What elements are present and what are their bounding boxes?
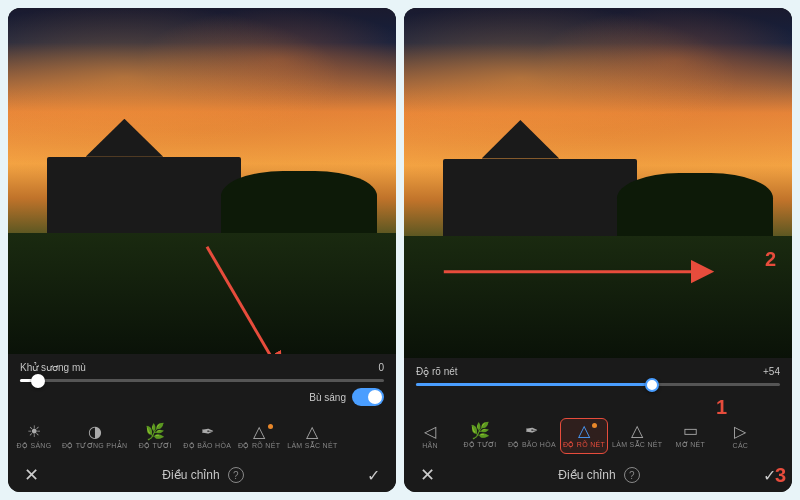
number-2-badge: 2 [765, 248, 776, 271]
left-controls: Khử sương mù 0 Bù sáng [8, 354, 396, 416]
tool-do-bao-hoa-r[interactable]: ✒ ĐỘ BÃO HÒA [506, 419, 558, 453]
do-ro-net-r-label: ĐỘ RÕ NÉT [563, 441, 605, 449]
tool-do-tuoi-r[interactable]: 🌿 ĐỘ TƯƠI [456, 419, 504, 453]
tool-mo-net-r[interactable]: ▭ MỜ NÉT [666, 419, 714, 453]
right-photo: 2 [404, 8, 792, 358]
contrast-icon: ◑ [88, 424, 102, 440]
do-ro-net-slider-row [416, 383, 780, 386]
do-ro-net-label: ĐỘ RÕ NÉT [238, 442, 280, 450]
left-photo [8, 8, 396, 354]
triangle-icon-r: △ [578, 423, 590, 439]
khu-suong-mu-slider[interactable] [20, 379, 384, 382]
tool-do-tuong-phan[interactable]: ◑ ĐỘ TƯƠNG PHẢN [60, 420, 129, 454]
do-tuong-phan-label: ĐỘ TƯƠNG PHẢN [62, 442, 127, 450]
dieu-chinh-label: Điều chỉnh [162, 468, 219, 482]
sharpen-icon-r: △ [631, 423, 643, 439]
left-bottom-center: Điều chỉnh ? [162, 467, 243, 483]
right-toolbar: ◁ HÃN 🌿 ĐỘ TƯƠI ✒ ĐỘ BÃO HÒA △ ĐỘ RÕ NÉT… [404, 414, 792, 458]
pen-icon: ✒ [201, 424, 214, 440]
sharpen-icon: △ [306, 424, 318, 440]
han-icon: ◁ [424, 424, 436, 440]
number-3-badge: 3 [775, 464, 786, 487]
tool-lam-sac-net[interactable]: △ LÀM SẮC NÉT [285, 420, 339, 454]
bu-sang-toggle[interactable] [352, 388, 384, 406]
cac-r-label: CÁC [733, 442, 749, 449]
do-bao-hoa-r-label: ĐỘ BÃO HÒA [508, 441, 556, 449]
lam-sac-net-r-label: LÀM SẮC NÉT [612, 441, 662, 449]
leaf-icon: 🌿 [145, 424, 165, 440]
left-panel: Khử sương mù 0 Bù sáng ☀ ĐỘ SÁNG ◑ ĐỘ TƯ… [8, 8, 396, 492]
dot-indicator-r [592, 423, 597, 428]
do-ro-net-slider[interactable] [416, 383, 780, 386]
sun-icon: ☀ [27, 424, 41, 440]
khu-suong-mu-label: Khử sương mù [20, 362, 86, 373]
right-dieu-chinh-label: Điều chỉnh [558, 468, 615, 482]
left-check-button[interactable]: ✓ [367, 466, 380, 485]
number-1-badge: 1 [716, 396, 727, 419]
help-icon[interactable]: ? [228, 467, 244, 483]
left-toolbar: ☀ ĐỘ SÁNG ◑ ĐỘ TƯƠNG PHẢN 🌿 ĐỘ TƯƠI ✒ ĐỘ… [8, 416, 396, 458]
tool-cac-r[interactable]: ▷ CÁC [716, 420, 764, 453]
triangle-icon: △ [253, 424, 265, 440]
dot-indicator [268, 424, 273, 429]
right-close-button[interactable]: ✕ [420, 464, 435, 486]
tool-do-sang[interactable]: ☀ ĐỘ SÁNG [10, 420, 58, 454]
tool-do-tuoi[interactable]: 🌿 ĐỘ TƯƠI [131, 420, 179, 454]
do-ro-net-slider-label: Độ rõ nét [416, 366, 458, 377]
tool-do-ro-net[interactable]: △ ĐỘ RÕ NÉT [235, 420, 283, 454]
do-tuoi-r-label: ĐỘ TƯƠI [463, 441, 496, 449]
mo-net-r-label: MỜ NÉT [676, 441, 706, 449]
right-panel: 2 Độ rõ nét +54 1 ◁ HÃN 🌿 ĐỘ TƯƠI ✒ [404, 8, 792, 492]
pen-icon-r: ✒ [525, 423, 538, 439]
lam-sac-net-label: LÀM SẮC NÉT [287, 442, 337, 450]
right-controls: Độ rõ nét +54 [404, 358, 792, 414]
tool-do-bao-hoa[interactable]: ✒ ĐỘ BÃO HÒA [181, 420, 233, 454]
right-help-icon[interactable]: ? [624, 467, 640, 483]
right-bottom-center: Điều chỉnh ? [558, 467, 639, 483]
bu-sang-label: Bù sáng [309, 392, 346, 403]
khu-suong-mu-slider-row [20, 379, 384, 382]
blur-icon-r: ▭ [683, 423, 698, 439]
do-bao-hoa-label: ĐỘ BÃO HÒA [183, 442, 231, 450]
tool-do-ro-net-r[interactable]: △ ĐỘ RÕ NÉT [560, 418, 608, 454]
bu-sang-row: Bù sáng [20, 388, 384, 406]
khu-suong-mu-value: 0 [378, 362, 384, 373]
left-bottom-bar: ✕ Điều chỉnh ? ✓ [8, 458, 396, 492]
khu-suong-mu-row: Khử sương mù 0 [20, 362, 384, 373]
leaf-icon-r: 🌿 [470, 423, 490, 439]
do-ro-net-slider-value: +54 [763, 366, 780, 377]
do-ro-net-row: Độ rõ nét +54 [416, 366, 780, 377]
cac-icon-r: ▷ [734, 424, 746, 440]
tool-han[interactable]: ◁ HÃN [406, 420, 454, 453]
left-close-button[interactable]: ✕ [24, 464, 39, 486]
do-tuoi-label: ĐỘ TƯƠI [139, 442, 172, 450]
han-label: HÃN [422, 442, 438, 449]
right-bottom-bar: ✕ Điều chỉnh ? ✓ 3 [404, 458, 792, 492]
tool-lam-sac-net-r[interactable]: △ LÀM SẮC NÉT [610, 419, 664, 453]
do-sang-label: ĐỘ SÁNG [17, 442, 52, 450]
